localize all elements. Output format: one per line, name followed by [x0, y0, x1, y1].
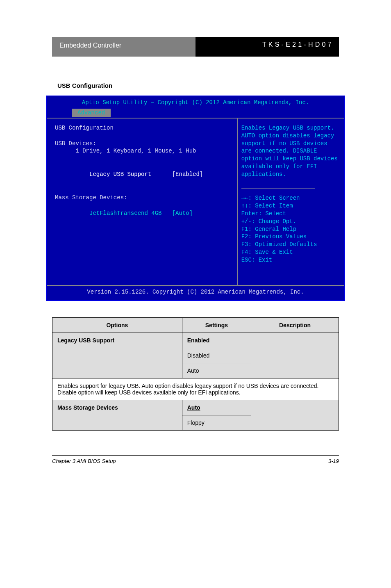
- bios-devices-line: 1 Drive, 1 Keyboard, 1 Mouse, 1 Hub: [55, 147, 233, 155]
- col-options: Options: [52, 317, 182, 333]
- doc-header: Embedded Controller T K S - E 2 1 - H D …: [52, 37, 339, 57]
- footer-chapter: Chapter 3 AMI BIOS Setup: [52, 458, 328, 464]
- key-item: : Select Item: [248, 203, 293, 209]
- bios-help-text: Enables Legacy USB support. AUTO option …: [241, 124, 340, 178]
- bios-legacy-value[interactable]: [Enabled]: [172, 171, 203, 178]
- val-disabled: Disabled: [182, 348, 251, 363]
- bios-footer: Version 2.15.1226. Copyright (C) 2012 Am…: [47, 286, 344, 300]
- arrows-lr-icon: →←: [241, 195, 248, 201]
- opt-mass-desc: [251, 400, 339, 430]
- bios-screenshot: Aptio Setup Utility – Copyright (C) 2012…: [46, 96, 345, 301]
- header-left: Embedded Controller: [52, 37, 196, 57]
- key-esc: ESC: Exit: [241, 256, 340, 264]
- opt-mass-storage: Mass Storage Devices: [52, 400, 182, 430]
- bios-heading: USB Configuration: [55, 124, 233, 132]
- bios-mass-device[interactable]: JetFlashTranscend 4GB: [89, 210, 161, 217]
- table-row: Enables support for legacy USB. Auto opt…: [52, 378, 339, 400]
- arrows-ud-icon: ↑↓: [241, 203, 248, 209]
- bios-divider: [241, 188, 315, 189]
- key-f1: F1: General Help: [241, 226, 340, 233]
- bios-left-panel: USB Configuration USB Devices: 1 Drive, …: [47, 119, 237, 285]
- table-row: Legacy USB Support Enabled: [52, 333, 339, 348]
- bios-tab-advanced[interactable]: Advanced: [71, 108, 111, 118]
- bios-title: Aptio Setup Utility – Copyright (C) 2012…: [47, 96, 344, 107]
- col-settings: Settings: [182, 317, 251, 333]
- key-f2: F2: Previous Values: [241, 233, 340, 241]
- table-row: Mass Storage Devices Auto: [52, 400, 339, 415]
- bios-tabbar: Advanced: [71, 108, 344, 118]
- key-enter: Enter: Select: [241, 210, 340, 218]
- key-change: +/-: Change Opt.: [241, 218, 340, 226]
- options-table: Options Settings Description Legacy USB …: [52, 317, 339, 431]
- page-footer: Chapter 3 AMI BIOS Setup 3-19: [52, 455, 339, 464]
- bios-mass-value[interactable]: [Auto]: [172, 210, 193, 217]
- val-mass-floppy: Floppy: [182, 415, 251, 430]
- key-f4: F4: Save & Exit: [241, 248, 340, 256]
- opt-legacy-usb: Legacy USB Support: [52, 333, 182, 378]
- section-label-usb: USB Configuration: [57, 82, 383, 89]
- header-right: T K S - E 2 1 - H D 0 7: [196, 37, 339, 57]
- key-screen: : Select Screen: [248, 195, 300, 201]
- key-f3: F3: Optimized Defaults: [241, 241, 340, 248]
- bios-mass-label: Mass Storage Devices:: [55, 194, 233, 202]
- bios-right-panel: Enables Legacy USB support. AUTO option …: [237, 119, 344, 285]
- val-mass-auto: Auto: [187, 404, 200, 411]
- table-header-row: Options Settings Description: [52, 317, 339, 333]
- val-auto: Auto: [182, 363, 251, 378]
- bios-devices-label: USB Devices:: [55, 140, 233, 148]
- footer-page: 3-19: [328, 458, 339, 464]
- bios-legacy-label[interactable]: Legacy USB Support: [89, 171, 151, 178]
- val-enabled: Enabled: [187, 337, 209, 344]
- opt-legacy-longdesc: Enables support for legacy USB. Auto opt…: [52, 378, 339, 400]
- opt-legacy-desc: [251, 333, 339, 378]
- col-description: Description: [251, 317, 339, 333]
